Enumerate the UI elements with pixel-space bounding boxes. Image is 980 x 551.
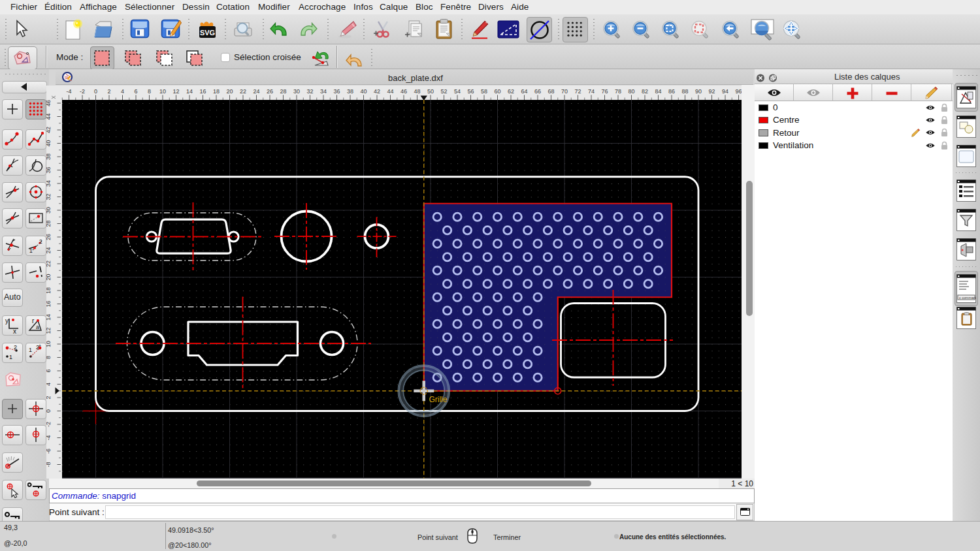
- svg-text:12: 12: [46, 327, 52, 334]
- svg-text:6: 6: [46, 369, 52, 372]
- svg-text:50: 50: [427, 88, 434, 95]
- svg-text:54: 54: [454, 88, 461, 95]
- svg-text:14: 14: [46, 314, 52, 321]
- svg-text:86: 86: [668, 88, 675, 95]
- svg-text:46: 46: [46, 100, 52, 106]
- svg-text:42: 42: [374, 88, 380, 95]
- svg-text:20: 20: [46, 274, 52, 280]
- svg-text:SVG: SVG: [200, 29, 215, 37]
- svg-text:+: +: [39, 344, 41, 348]
- svg-text:26: 26: [267, 88, 273, 95]
- svg-text:48: 48: [414, 88, 420, 95]
- svg-text:90: 90: [695, 88, 702, 95]
- svg-text:92: 92: [708, 88, 715, 95]
- svg-text:30: 30: [46, 207, 52, 213]
- svg-text:16: 16: [199, 88, 206, 95]
- svg-text:38: 38: [347, 88, 353, 95]
- svg-text:20: 20: [226, 88, 233, 95]
- svg-text:-4: -4: [66, 88, 71, 95]
- svg-text:0: 0: [46, 409, 52, 413]
- svg-text:c command: c command: [959, 296, 976, 300]
- svg-text:4: 4: [121, 88, 124, 95]
- svg-text:40: 40: [360, 88, 367, 95]
- svg-text:64: 64: [521, 88, 527, 95]
- svg-text:-8: -8: [46, 462, 52, 467]
- svg-text:2: 2: [14, 344, 17, 351]
- svg-text:8: 8: [148, 88, 151, 95]
- svg-text:14: 14: [186, 88, 193, 95]
- svg-text:72: 72: [574, 88, 581, 95]
- svg-text:16: 16: [46, 300, 52, 307]
- svg-text:Grille: Grille: [429, 395, 447, 404]
- svg-text:2: 2: [39, 238, 42, 245]
- svg-text:62: 62: [508, 88, 514, 95]
- svg-text:1: 1: [29, 247, 33, 254]
- svg-text:22: 22: [240, 88, 246, 95]
- svg-text:82: 82: [642, 88, 648, 95]
- svg-text:68: 68: [547, 88, 554, 95]
- svg-text:46: 46: [400, 88, 407, 95]
- svg-text:66: 66: [534, 88, 541, 95]
- svg-text:24: 24: [46, 247, 52, 253]
- svg-text:52: 52: [440, 88, 447, 95]
- svg-text:60: 60: [494, 88, 500, 95]
- svg-text:58: 58: [481, 88, 487, 95]
- svg-text:38: 38: [46, 153, 52, 160]
- svg-text:28: 28: [280, 88, 286, 95]
- svg-text:34: 34: [320, 88, 327, 95]
- svg-text:22: 22: [46, 260, 52, 267]
- svg-text:36: 36: [333, 88, 340, 95]
- svg-text:84: 84: [655, 88, 661, 95]
- svg-text:40: 40: [46, 140, 52, 146]
- svg-text:32: 32: [306, 88, 313, 95]
- svg-text:4: 4: [46, 383, 52, 386]
- svg-text:18: 18: [46, 287, 52, 294]
- svg-text:32: 32: [46, 193, 52, 200]
- svg-text:28: 28: [46, 220, 52, 227]
- svg-text:34: 34: [46, 180, 52, 187]
- svg-text:r: r: [32, 317, 35, 324]
- svg-text:x: x: [13, 328, 16, 334]
- svg-text:88: 88: [681, 88, 688, 95]
- svg-text:80: 80: [628, 88, 634, 95]
- svg-text:2: 2: [46, 396, 52, 399]
- svg-text:18: 18: [213, 88, 220, 95]
- svg-text:0: 0: [94, 88, 97, 95]
- svg-text:44: 44: [46, 113, 52, 119]
- svg-text:10: 10: [159, 88, 166, 95]
- svg-text:56: 56: [467, 88, 474, 95]
- svg-text:a: a: [36, 324, 39, 330]
- svg-text:1: 1: [29, 347, 32, 353]
- svg-text:6: 6: [134, 88, 137, 95]
- svg-text:30: 30: [293, 88, 300, 95]
- svg-text:94: 94: [722, 88, 728, 95]
- svg-text:96: 96: [735, 88, 742, 95]
- svg-text:y: y: [5, 317, 8, 324]
- svg-text:-2: -2: [46, 422, 52, 427]
- svg-text:10: 10: [46, 341, 52, 347]
- svg-text:70: 70: [561, 88, 568, 95]
- svg-text:76: 76: [601, 88, 608, 95]
- svg-text:1: 1: [9, 354, 12, 360]
- svg-text:12: 12: [172, 88, 179, 95]
- svg-text:78: 78: [615, 88, 621, 95]
- svg-text:-2: -2: [80, 88, 85, 95]
- svg-text:36: 36: [46, 166, 52, 173]
- svg-text:-6: -6: [46, 449, 52, 454]
- svg-text:8: 8: [46, 356, 52, 359]
- svg-text:26: 26: [46, 234, 52, 240]
- svg-text:42: 42: [46, 127, 52, 133]
- svg-text:2: 2: [107, 88, 110, 95]
- svg-text:-4: -4: [46, 435, 52, 440]
- svg-text:44: 44: [387, 88, 393, 95]
- svg-text:74: 74: [588, 88, 595, 95]
- svg-text:24: 24: [253, 88, 259, 95]
